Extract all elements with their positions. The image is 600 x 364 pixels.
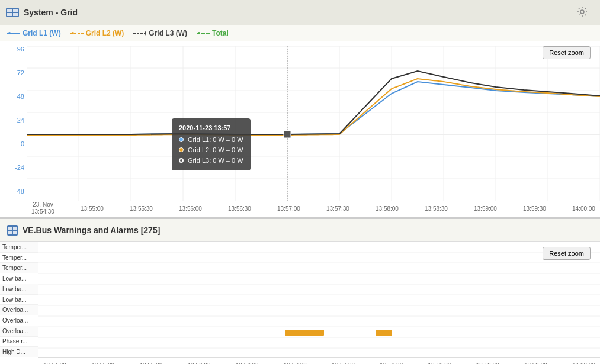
svg-rect-49 <box>285 330 324 336</box>
chart-legend: Grid L1 (W) Grid L2 (W) Grid L3 (W) Tota… <box>0 25 600 41</box>
alarm-row-temper1: Temper... <box>0 242 38 253</box>
alarm-row-temper2: Temper... <box>0 253 38 263</box>
svg-marker-10 <box>145 31 146 36</box>
settings-button[interactable] <box>570 4 594 21</box>
y-label-0: 0 <box>2 141 24 147</box>
x-label-0: 23. Nov13:54:30 <box>31 201 54 215</box>
alarms-chart: Reset zoom Temper... Temper... Temper...… <box>0 242 600 364</box>
svg-rect-0 <box>7 9 12 12</box>
y-axis: 96 72 48 24 0 -24 -48 <box>0 41 27 199</box>
y-label-24: 24 <box>2 117 24 124</box>
alarm-row-lowba3: Low ba... <box>0 295 38 305</box>
x-axis-main: 23. Nov13:54:30 13:55:00 13:55:30 13:56:… <box>27 199 600 217</box>
section2-header: VE.Bus Warnings and Alarms [275] <box>0 219 600 242</box>
x-label-1: 13:55:00 <box>81 205 104 212</box>
reset-zoom-alarms-button[interactable]: Reset zoom <box>543 247 591 260</box>
x-label-5: 13:57:00 <box>277 205 300 212</box>
alarm-row-overloa2: Overloa... <box>0 315 38 326</box>
svg-rect-50 <box>376 330 392 336</box>
svg-rect-1 <box>13 9 18 12</box>
x-label-10: 13:59:30 <box>523 205 546 212</box>
svg-rect-2 <box>7 13 12 16</box>
x-label-2: 13:55:30 <box>130 205 153 212</box>
y-label-neg48: -48 <box>2 188 24 195</box>
alarm-row-highd: High D... <box>0 347 38 357</box>
y-label-96: 96 <box>2 46 24 53</box>
grid-icon <box>7 9 18 16</box>
xa-label-1: 13:55:00 <box>91 362 114 365</box>
legend-item-l2[interactable]: Grid L2 (W) <box>70 29 124 37</box>
y-label-72: 72 <box>2 70 24 76</box>
svg-rect-3 <box>13 13 18 16</box>
x-label-3: 13:56:00 <box>179 205 202 212</box>
x-label-9: 13:59:00 <box>474 205 497 212</box>
svg-rect-34 <box>284 131 291 138</box>
legend-item-l1[interactable]: Grid L1 (W) <box>7 29 61 37</box>
l2-line-icon <box>70 31 84 36</box>
reset-zoom-button[interactable]: Reset zoom <box>543 46 591 59</box>
svg-rect-37 <box>8 231 12 234</box>
total-label: Total <box>212 29 229 37</box>
svg-rect-35 <box>8 227 12 230</box>
svg-rect-38 <box>13 231 17 234</box>
svg-point-8 <box>72 32 74 34</box>
alarm-bars-svg <box>38 242 600 357</box>
vebus-icon <box>7 225 18 236</box>
svg-point-4 <box>580 10 584 14</box>
l1-label: Grid L1 (W) <box>23 29 61 37</box>
x-label-8: 13:58:30 <box>425 205 448 212</box>
system-icon <box>6 8 19 17</box>
svg-point-6 <box>8 32 11 34</box>
svg-point-12 <box>198 32 200 34</box>
header: System - Grid <box>0 0 600 25</box>
alarm-row-overloa3: Overloa... <box>0 326 38 337</box>
l2-label: Grid L2 (W) <box>86 29 124 37</box>
alarm-row-phaser: Phase r... <box>0 337 38 347</box>
section2-title: VE.Bus Warnings and Alarms [275] <box>23 226 160 235</box>
header-left: System - Grid <box>6 8 78 17</box>
main-chart: Reset zoom 96 72 48 24 0 -24 -48 <box>0 41 600 219</box>
alarm-rows-labels: Temper... Temper... Temper... Low ba... … <box>0 242 38 357</box>
l3-label: Grid L3 (W) <box>149 29 187 37</box>
legend-item-total[interactable]: Total <box>197 29 229 37</box>
alarm-row-lowba1: Low ba... <box>0 273 38 284</box>
alarm-row-lowba2: Low ba... <box>0 284 38 295</box>
l1-line-icon <box>7 31 20 36</box>
xa-label-9: 13:59:00 <box>476 362 499 365</box>
svg-rect-36 <box>13 227 17 230</box>
l3-line-icon <box>133 31 146 36</box>
total-line-icon <box>197 31 210 36</box>
alarm-row-overloa1: Overloa... <box>0 305 38 315</box>
xa-label-8: 13:58:30 <box>428 362 451 365</box>
xa-label-7: 13:58:00 <box>380 362 403 365</box>
xa-label-11: 14:00:00 <box>572 362 595 365</box>
chart-lines-svg <box>27 46 600 201</box>
legend-item-l3[interactable]: Grid L3 (W) <box>133 29 187 37</box>
x-label-11: 14:00:00 <box>572 205 595 212</box>
alarm-row-temper3: Temper... <box>0 263 38 273</box>
gear-icon <box>576 6 588 18</box>
page-title: System - Grid <box>24 8 78 17</box>
xa-label-2: 13:55:30 <box>139 362 162 365</box>
y-label-neg24: -24 <box>2 165 24 171</box>
xa-label-4: 13:56:30 <box>236 362 259 365</box>
x-label-7: 13:58:00 <box>376 205 399 212</box>
x-axis-alarms: 13:54:30 13:55:00 13:55:30 13:56:00 13:5… <box>38 357 600 364</box>
xa-label-10: 13:59:30 <box>524 362 547 365</box>
x-label-6: 13:57:30 <box>326 205 349 212</box>
xa-label-5: 13:57:00 <box>284 362 307 365</box>
xa-label-6: 13:57:30 <box>332 362 355 365</box>
warning-icon <box>8 227 17 234</box>
y-label-48: 48 <box>2 94 24 100</box>
x-label-4: 13:56:30 <box>228 205 251 212</box>
xa-label-3: 13:56:00 <box>188 362 211 365</box>
xa-label-0: 13:54:30 <box>43 362 66 365</box>
